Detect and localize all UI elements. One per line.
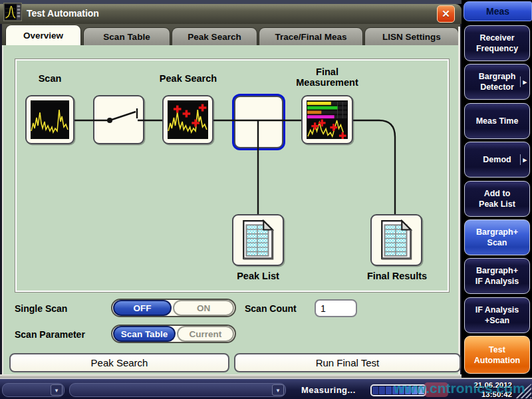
softkey-receiver-frequency[interactable]: Receiver Frequency (464, 25, 530, 61)
tab-peak-search[interactable]: Peak Search (172, 27, 257, 45)
measurement-progress-bar (370, 384, 426, 396)
window-title: Test Automation (27, 8, 99, 19)
peak-search-trace-icon (168, 100, 208, 139)
softkey-meas-time[interactable]: Meas Time (464, 103, 530, 139)
single-scan-label: Single Scan (15, 303, 67, 314)
status-segment-left[interactable]: ▾ (2, 383, 65, 397)
tab-lisn-settings[interactable]: LISN Settings (364, 27, 459, 45)
softkey-add-to-peak-list[interactable]: Add to Peak List (464, 181, 530, 217)
scan-parameter-scan-table-option[interactable]: Scan Table (113, 326, 176, 342)
run-final-test-button[interactable]: Run Final Test (234, 353, 461, 372)
scan-count-input[interactable] (315, 299, 357, 317)
tab-trace-final-meas[interactable]: Trace/Final Meas (259, 27, 363, 45)
scan-count-label: Scan Count (245, 303, 297, 314)
date-time-display: 21.06.2012 13:50:42 (459, 380, 512, 399)
final-results-label: Final Results (358, 271, 436, 281)
single-scan-on-option[interactable]: ON (173, 300, 234, 316)
softkey-demod[interactable]: Demod ▸ (464, 142, 530, 178)
submenu-arrow-icon: ▸ (520, 76, 527, 87)
final-measurement-icon (307, 100, 348, 139)
final-results-node[interactable] (370, 214, 422, 266)
final-results-document-icon (380, 219, 413, 261)
tab-scan-table[interactable]: Scan Table (83, 27, 170, 45)
junction-node-selected[interactable] (234, 96, 283, 148)
peak-list-node[interactable] (232, 214, 284, 266)
window-border (0, 24, 2, 376)
scan-parameter-current-option[interactable]: Current (177, 326, 234, 342)
submenu-arrow-icon: ▸ (520, 154, 527, 165)
final-measurement-label: Final Measurement (286, 66, 368, 88)
title-bar: Test Automation ✕ (0, 4, 462, 24)
tab-overview[interactable]: Overview (5, 25, 81, 45)
app-spectrum-icon (3, 3, 22, 21)
close-button[interactable]: ✕ (437, 5, 455, 23)
softkey-menu-title: Meas (464, 1, 532, 21)
peak-list-document-icon (241, 219, 275, 261)
date-text: 21.06.2012 (459, 380, 512, 390)
tab-bar: Overview Scan Table Peak Search Trace/Fi… (0, 24, 462, 45)
single-scan-toggle[interactable]: OFF ON (111, 299, 236, 317)
softkey-bargraph-detector[interactable]: Bargraph Detector ▸ (464, 64, 530, 100)
measuring-status-text: Measuring... (301, 385, 356, 395)
collapse-icon[interactable]: ▾ (51, 384, 63, 396)
window-border (2, 45, 3, 374)
single-scan-off-option[interactable]: OFF (113, 300, 172, 316)
peak-search-node[interactable] (162, 95, 213, 144)
scan-trace-icon (31, 100, 69, 139)
scan-parameter-toggle[interactable]: Scan Table Current (111, 325, 236, 343)
status-segment-middle[interactable]: ▾ (69, 383, 286, 397)
peak-list-label: Peak List (219, 271, 297, 281)
peak-search-label: Peak Search (142, 73, 234, 84)
softkey-if-analysis-scan[interactable]: IF Analysis +Scan (464, 297, 530, 333)
softkey-bargraph-scan[interactable]: Bargraph+ Scan (464, 219, 530, 255)
softkey-test-automation[interactable]: Test Automation (464, 336, 530, 374)
resize-grip-icon[interactable] (513, 384, 531, 398)
scan-parameter-label: Scan Parameter (15, 329, 85, 340)
softkey-sidebar: Meas Receiver Frequency Bargraph Detecto… (462, 0, 532, 378)
softkey-bargraph-if-analysis[interactable]: Bargraph+ IF Analysis (464, 258, 530, 294)
scan-switch-node[interactable] (93, 95, 144, 144)
status-bar: ▾ ▾ Measuring... 21.06.2012 13:50:42 (0, 378, 532, 399)
scan-node[interactable] (25, 95, 74, 144)
peak-search-button[interactable]: Peak Search (9, 353, 229, 372)
time-text: 13:50:42 (459, 390, 512, 399)
collapse-icon[interactable]: ▾ (272, 384, 284, 396)
scan-label: Scan (25, 73, 74, 84)
final-measurement-node[interactable] (301, 95, 353, 144)
test-automation-screen: Test Automation ✕ Overview Scan Table Pe… (0, 0, 532, 399)
